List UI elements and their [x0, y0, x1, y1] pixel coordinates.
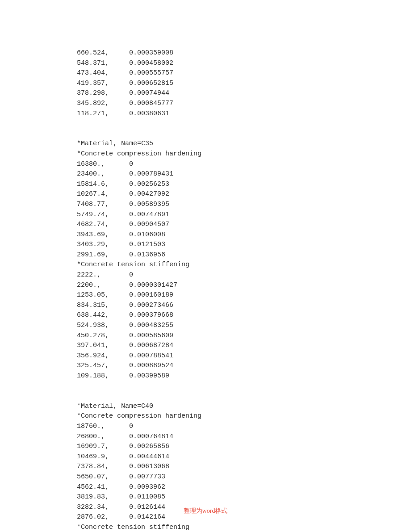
section-header: *Concrete compression hardening: [77, 149, 411, 159]
data-row: 7378.84, 0.00613068: [77, 462, 411, 472]
data-row: 2222., 0: [77, 270, 411, 281]
data-row: 23400., 0.000789431: [77, 169, 411, 180]
section-header: *Concrete tension stiffening: [77, 523, 411, 532]
data-row: 18760., 0: [77, 422, 411, 432]
section-header: *Material, Name=C40: [77, 402, 411, 412]
section-header: *Concrete tension stiffening: [77, 260, 411, 270]
blank-line: [77, 129, 411, 139]
data-row: 473.404, 0.000555757: [77, 68, 411, 79]
blank-line: [77, 391, 411, 402]
data-row: 660.524, 0.000359008: [77, 48, 411, 59]
data-row: 7408.77, 0.00589395: [77, 200, 411, 210]
data-row: 450.278, 0.000585609: [77, 331, 411, 341]
blank-line: [77, 381, 411, 392]
section-header: *Concrete compression hardening: [77, 411, 411, 422]
data-row: 834.315, 0.000273466: [77, 301, 411, 311]
data-row: 345.892, 0.000845777: [77, 99, 411, 109]
section-header: *Material, Name=C35: [77, 139, 411, 149]
data-row: 1253.05, 0.000160189: [77, 290, 411, 301]
data-row: 16909.7, 0.00265856: [77, 442, 411, 452]
data-row: 638.442, 0.000379668: [77, 310, 411, 321]
document-content: 660.524, 0.000359008548.371, 0.000458002…: [0, 0, 411, 532]
data-row: 3819.83, 0.0110085: [77, 492, 411, 503]
data-row: 4562.41, 0.0093962: [77, 482, 411, 493]
data-row: 524.938, 0.000483255: [77, 321, 411, 331]
data-row: 26800., 0.000764814: [77, 432, 411, 442]
data-row: 4682.74, 0.00904507: [77, 220, 411, 230]
data-row: 10267.4, 0.00427092: [77, 189, 411, 200]
data-row: 397.041, 0.000687284: [77, 341, 411, 351]
data-row: 5650.07, 0.0077733: [77, 472, 411, 482]
data-row: 109.188, 0.00399589: [77, 371, 411, 381]
page-footer: 整理为word格式: [0, 507, 411, 515]
data-row: 548.371, 0.000458002: [77, 59, 411, 69]
data-row: 3403.29, 0.0121503: [77, 240, 411, 250]
blank-line: [77, 119, 411, 129]
data-row: 2991.69, 0.0136956: [77, 250, 411, 260]
data-row: 5749.74, 0.00747891: [77, 210, 411, 220]
data-row: 10469.9, 0.00444614: [77, 452, 411, 462]
data-row: 3943.69, 0.0106008: [77, 230, 411, 240]
data-row: 356.924, 0.000788541: [77, 351, 411, 361]
data-row: 378.298, 0.00074944: [77, 88, 411, 99]
data-row: 16380., 0: [77, 159, 411, 170]
data-row: 15814.6, 0.00256253: [77, 180, 411, 190]
data-row: 2200., 0.0000301427: [77, 281, 411, 291]
data-row: 118.271, 0.00380631: [77, 109, 411, 119]
data-row: 325.457, 0.000889524: [77, 361, 411, 371]
data-row: 419.357, 0.000652815: [77, 79, 411, 89]
